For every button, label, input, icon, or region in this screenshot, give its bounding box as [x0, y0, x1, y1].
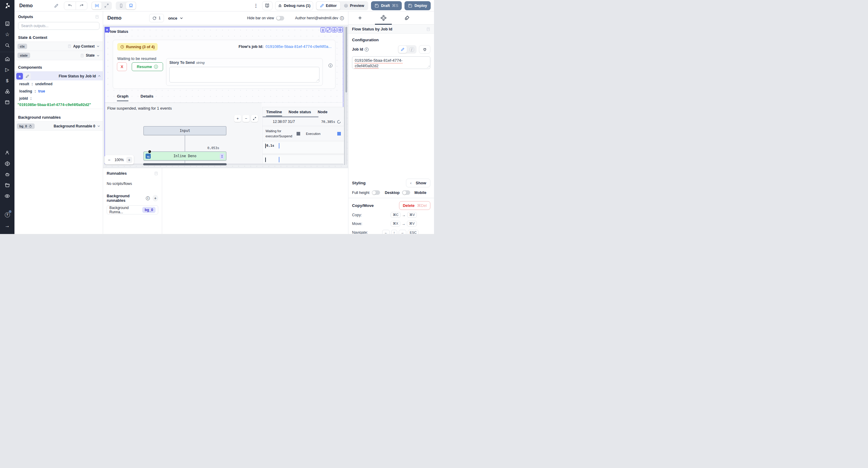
move-button[interactable] [338, 27, 343, 33]
panel-doc-icon[interactable] [426, 27, 430, 31]
state-row[interactable]: state State [14, 51, 103, 60]
resize-handle[interactable] [427, 66, 430, 68]
static-input-button[interactable] [398, 46, 407, 53]
sidebar-item-variables[interactable]: $ [0, 75, 14, 86]
play-icon: ▷ [5, 67, 9, 72]
desktop-toggle[interactable] [402, 190, 410, 195]
flow-status-component[interactable]: a Flow Status Running (3 of 4) Flow's jo… [104, 27, 343, 165]
add-background-runnable-button[interactable]: + [153, 195, 158, 201]
cancel-flow-button[interactable]: X [117, 62, 127, 71]
bg0-row[interactable]: bg_0 Background Runnable 0 [14, 121, 103, 131]
zoom-in-button[interactable]: + [126, 157, 132, 163]
graph-fit-button[interactable] [251, 115, 258, 122]
tab-timeline[interactable]: Timeline [266, 110, 282, 116]
expression-input-button[interactable]: f [407, 46, 416, 53]
fullscreen-button[interactable] [326, 27, 331, 33]
docs-book-button[interactable] [262, 1, 273, 10]
expand-down-button[interactable] [320, 27, 326, 33]
anchor-button[interactable] [332, 27, 337, 33]
chevron-down-icon[interactable] [96, 54, 100, 57]
preview-tab[interactable]: Preview [340, 2, 368, 10]
styling-tab[interactable] [400, 11, 413, 25]
background-runnable-item[interactable]: Background Runna... bg_0 [107, 205, 158, 214]
graph-zoom-out-button[interactable]: − [243, 115, 250, 122]
help-button[interactable]: ? [0, 209, 14, 220]
sidebar-item-home[interactable] [0, 53, 14, 64]
runnables-panel: Runnables No scripts/flows Background ru… [103, 168, 348, 234]
canvas-horizontal-scrollbar[interactable] [104, 164, 343, 165]
preview-icon [344, 4, 348, 8]
search-outputs-input[interactable] [18, 22, 99, 30]
info-icon[interactable]: i [340, 16, 344, 20]
component-a-row[interactable]: a Flow Status by Job Id [14, 71, 103, 80]
rename-component-pencil-icon[interactable] [24, 73, 31, 79]
tab-graph[interactable]: Graph [117, 94, 128, 101]
sidebar-divider [0, 52, 14, 52]
schedule-dropdown[interactable]: once [168, 16, 183, 21]
panel-doc-icon[interactable] [95, 15, 99, 19]
expand-width-button[interactable] [101, 2, 111, 9]
refresh-count-button[interactable]: 1 [149, 14, 164, 22]
sidebar-item-apps[interactable] [0, 18, 14, 29]
more-menu-button[interactable]: ⋮ [253, 3, 259, 8]
jobid-textarea[interactable]: 0191085e-5baa-81ef-4774- c9ef4f0a92d2 [352, 56, 430, 69]
expand-sidebar-button[interactable]: → [0, 220, 14, 231]
deploy-button[interactable]: Deploy [404, 1, 431, 10]
panel-doc-icon[interactable] [154, 171, 158, 175]
graph-zoom-in-button[interactable]: + [234, 115, 241, 122]
sidebar-item-workers[interactable] [0, 169, 14, 180]
resume-button[interactable]: Resume i [132, 62, 163, 71]
chevron-down-icon[interactable] [96, 44, 100, 48]
sidebar-item-schedules[interactable] [0, 97, 14, 107]
graph-node-input[interactable]: Input [144, 126, 226, 135]
windmill-logo[interactable] [0, 0, 14, 11]
redo-button[interactable] [76, 2, 87, 10]
tab-node-definition[interactable]: Node [318, 110, 328, 116]
flow-graph[interactable]: Flow suspended, waiting for 1 events + −… [105, 103, 261, 164]
hide-bar-toggle[interactable] [276, 16, 284, 21]
sidebar-item-runs[interactable]: ▷ [0, 64, 14, 75]
draft-button[interactable]: Draft ⌘S [371, 1, 402, 10]
sidebar-item-audit[interactable] [0, 191, 14, 201]
ctx-row[interactable]: ctx App Context [14, 41, 103, 51]
insert-component-tab[interactable] [353, 11, 367, 25]
sidebar-item-settings[interactable] [0, 158, 14, 169]
undo-button[interactable] [64, 2, 76, 10]
fit-width-button[interactable] [92, 2, 101, 9]
chevron-down-icon[interactable] [97, 124, 100, 128]
canvas-vertical-scrollbar[interactable] [345, 27, 347, 165]
info-icon[interactable]: i [365, 47, 369, 52]
component-settings-tab[interactable] [377, 11, 390, 25]
mobile-view-button[interactable] [116, 2, 126, 9]
folder-icon [5, 183, 10, 188]
editor-tab[interactable]: Editor [316, 2, 340, 10]
refresh-icon [153, 16, 156, 20]
info-icon[interactable]: i [146, 196, 150, 200]
app-canvas[interactable]: a Flow Status Running (3 of 4) Flow's jo… [103, 25, 348, 168]
tab-details[interactable]: Details [141, 94, 153, 101]
outputs-panel: Outputs State & Context ctx App Context … [14, 11, 103, 234]
sidebar-item-search[interactable] [0, 40, 14, 51]
full-height-toggle[interactable] [372, 190, 380, 195]
resize-handle[interactable] [316, 79, 318, 81]
sidebar-item-users[interactable] [0, 147, 14, 158]
bg-runnables-title: Background runnables [107, 194, 144, 203]
sidebar-item-favorites[interactable]: ☆ [0, 29, 14, 40]
connect-input-button[interactable] [419, 45, 430, 54]
zoom-out-button[interactable]: − [106, 157, 112, 163]
info-icon[interactable]: i [329, 64, 333, 67]
delete-component-button[interactable]: Delete ⌘Del [399, 201, 430, 210]
graph-node-inline-deno[interactable]: TS Inline Deno I [144, 152, 226, 161]
debug-runs-button[interactable]: Debug runs (1) [275, 1, 313, 10]
selection-handle-right[interactable] [344, 27, 345, 165]
show-styling-button[interactable]: ‹ Show [406, 178, 430, 187]
flow-jobid-link[interactable]: 0191085e-5baa-81ef-4774-c9ef4f0a... [266, 44, 332, 49]
tab-node-status[interactable]: Node status [289, 110, 311, 116]
chevron-up-icon[interactable] [98, 74, 101, 78]
edit-title-pencil-icon[interactable] [54, 4, 59, 8]
story-textarea[interactable] [169, 67, 319, 82]
desktop-view-button[interactable] [126, 2, 135, 9]
sidebar-item-folders[interactable] [0, 180, 14, 191]
bg-item-badge: bg_0 [142, 207, 156, 213]
sidebar-item-resources[interactable] [0, 86, 14, 97]
